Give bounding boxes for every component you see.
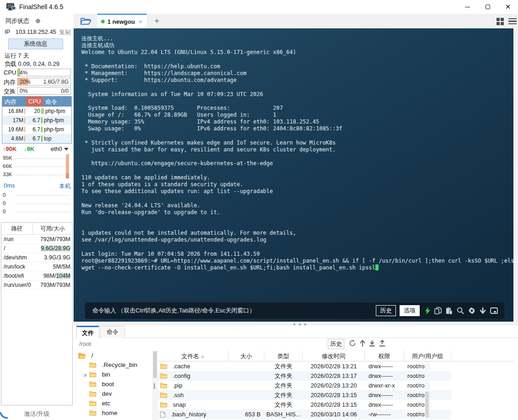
process-table-header: 内存 CPU 命令	[2, 97, 71, 107]
file-permissions-cell: -rw-------	[365, 411, 404, 418]
disk-row[interactable]: /9.6G/28.9G	[1, 244, 72, 253]
scroll-down-icon[interactable]	[480, 307, 486, 314]
search-icon[interactable]	[457, 307, 464, 314]
tree-item[interactable]: etc	[74, 398, 152, 408]
file-permissions-cell: drwx------	[365, 392, 404, 398]
panel-splitter[interactable]: ● ● ●	[74, 322, 518, 326]
maximize-button[interactable]	[478, 0, 498, 14]
tab-bar: 1 newgou × +	[74, 14, 518, 28]
hamburger-menu-icon[interactable]	[508, 18, 517, 26]
session-tab[interactable]: 1 newgou ×	[97, 14, 147, 28]
uptime-text: 运行 7 天	[5, 52, 29, 60]
tab-close-icon[interactable]: ×	[138, 18, 143, 25]
lightning-icon[interactable]	[425, 307, 430, 315]
column-header-type[interactable]: 类型	[264, 350, 303, 361]
file-row[interactable]: .bash_history653 BBASH_HIS...2026/03/10 …	[158, 409, 513, 419]
disk-row[interactable]: /boot/efi98M/104M	[1, 271, 72, 280]
tree-item[interactable]: home	[74, 408, 152, 418]
terminal-history-button[interactable]: 历史	[376, 305, 396, 316]
tree-item-label: etc	[102, 400, 110, 407]
open-folder-icon	[78, 352, 89, 359]
file-type-cell: BASH_HIS...	[264, 411, 303, 418]
up-directory-icon[interactable]	[360, 340, 365, 347]
process-header-memory[interactable]: 内存	[2, 97, 26, 107]
terminal-line: * Documentation: https://help.ubuntu.com	[81, 63, 510, 70]
terminal-scrollbar[interactable]	[513, 28, 518, 322]
process-header-cpu[interactable]: CPU	[26, 97, 43, 107]
minimize-button[interactable]	[457, 0, 477, 14]
disk-header-size[interactable]: 可用/大小	[33, 223, 72, 234]
terminal-line: Swap usage: 0% IPv6 address for eth0: 24…	[81, 125, 510, 132]
tree-resize-grip[interactable]: ●●●	[153, 383, 155, 389]
network-gridline	[16, 158, 69, 159]
file-row[interactable]: .cache文件夹2026/02/28 13:21drwx------root/…	[158, 361, 513, 371]
tree-item-label: /	[91, 352, 93, 359]
file-permissions-cell: drwx------	[365, 372, 404, 379]
disk-header-path[interactable]: 路径	[1, 223, 33, 234]
open-connection-folder-icon[interactable]	[80, 17, 92, 27]
tree-item[interactable]: boot	[74, 379, 152, 389]
column-header-size[interactable]: 大小	[229, 350, 264, 361]
disk-row[interactable]: /dev/shm3.9G/3.9G	[1, 253, 72, 262]
process-row[interactable]: 19.6M6.7php-fpm	[2, 125, 71, 134]
column-header-permissions[interactable]: 权限	[365, 350, 404, 361]
process-row[interactable]: 4.6M6.7top	[2, 134, 71, 143]
copy-icon[interactable]	[434, 307, 442, 314]
file-row[interactable]: .pip文件夹2026/02/28 13:20drwxr-xr-xroot/ro…	[158, 381, 513, 390]
file-table: 文件名∧ 大小 类型 修改时间 权限 用户/用户组 .cache文件夹2026/…	[158, 350, 513, 420]
close-button[interactable]: ✕	[498, 0, 518, 14]
tab-commands[interactable]: 命令	[100, 326, 125, 338]
tree-item[interactable]: .Recycle_bin	[74, 360, 152, 370]
paste-icon[interactable]	[446, 307, 453, 314]
column-header-owner[interactable]: 用户/用户组	[404, 350, 451, 361]
process-header-command[interactable]: 命令	[43, 97, 71, 107]
tree-item[interactable]: dev	[74, 389, 152, 398]
terminal[interactable]: 连接主机...连接主机成功Welcome to Ubuntu 22.04 LTS…	[74, 28, 513, 322]
column-header-filename[interactable]: 文件名∧	[158, 350, 229, 361]
terminal-line	[81, 244, 510, 251]
ping-target[interactable]: 本机	[59, 182, 71, 190]
sort-ascending-icon: ∧	[201, 354, 204, 359]
monitor-icon[interactable]	[490, 307, 498, 314]
terminal-line	[81, 167, 510, 174]
disk-usage-table: 路径 可用/大小 /run792M/793M/9.6G/28.9G/dev/sh…	[1, 222, 73, 405]
disk-path: /run	[1, 236, 32, 242]
path-input[interactable]: /root	[79, 340, 91, 347]
refresh-icon[interactable]	[349, 339, 356, 347]
disk-row[interactable]: /run/user/0793M/793M	[1, 280, 72, 290]
interface-selector[interactable]: eth0	[51, 145, 69, 152]
file-row[interactable]: .ssh文件夹2026/02/28 13:15drwx------root/ro…	[158, 390, 513, 400]
network-tick-label: 95K	[3, 155, 12, 161]
path-history-button[interactable]: 历史	[328, 339, 344, 349]
gear-icon[interactable]	[468, 307, 475, 314]
copy-ip-button[interactable]: 复制	[59, 28, 71, 37]
file-row[interactable]: .config文件夹2026/02/28 13:17drwx------root…	[158, 371, 513, 381]
terminal-line: 1 updates could not be installed automat…	[81, 230, 510, 237]
tree-item[interactable]: bin	[74, 370, 152, 379]
column-header-mtime[interactable]: 修改时间	[303, 350, 365, 361]
layout-grid-icon[interactable]	[497, 18, 504, 25]
disk-row[interactable]: /run/lock5M/5M	[1, 262, 72, 271]
tab-files[interactable]: 文件	[76, 326, 99, 338]
terminal-options-button[interactable]: 选项	[400, 305, 420, 316]
terminal-line: Welcome to Ubuntu 22.04 LTS (GNU/Linux 5…	[81, 49, 510, 56]
network-row: 95K	[3, 154, 71, 162]
process-row[interactable]: 17M6.7php-fpm	[2, 116, 71, 125]
folder-icon	[160, 382, 170, 388]
process-row[interactable]: 16.8M20php-fpm	[2, 107, 71, 116]
command-input-bar[interactable]: 命令输入 （双击Ctrl切换,Alt历史,Tab路径/命令,Esc关闭窗口） 历…	[85, 302, 504, 319]
disk-row[interactable]: /run792M/793M	[1, 235, 72, 244]
file-row-inner: .pip文件夹2026/02/28 13:20drwxr-xr-xroot/ro…	[158, 381, 451, 390]
tree-item[interactable]: /	[74, 350, 152, 360]
terminal-line: Run 'do-release-upgrade' to upgrade to i…	[81, 209, 510, 216]
upload-icon[interactable]	[379, 340, 385, 347]
activate-upgrade-link[interactable]: 激活/升级	[0, 410, 74, 418]
new-tab-button[interactable]: +	[151, 15, 162, 27]
network-row: 33K	[3, 171, 71, 179]
download-icon[interactable]	[369, 340, 375, 347]
file-table-scrollbar[interactable]	[425, 361, 429, 420]
file-name-label: .pip	[173, 382, 182, 389]
file-row[interactable]: snap文件夹2026/02/28 13:15drwx------root/ro…	[158, 400, 513, 409]
terminal-line	[81, 223, 510, 230]
system-info-button[interactable]: 系统信息	[8, 38, 63, 49]
